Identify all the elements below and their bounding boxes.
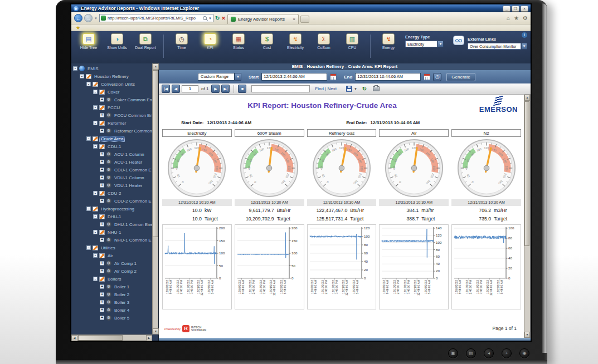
expand-icon[interactable]: +	[100, 129, 104, 133]
expand-icon[interactable]: +	[100, 152, 104, 156]
expand-icon[interactable]: +	[100, 222, 104, 227]
tree-item-acu-1-column[interactable]: +⚙ACU-1 Column	[71, 150, 152, 158]
expand-icon[interactable]: +	[100, 300, 104, 304]
stop-render-button[interactable]: ■	[238, 85, 246, 93]
toolbar-item-cost[interactable]: $Cost	[255, 33, 279, 50]
tree-item-boiler-3[interactable]: +⚙Boiler 3	[71, 298, 152, 306]
toolbar-item-dual-report[interactable]: ⧉Dual Report	[134, 33, 157, 50]
collapse-icon[interactable]: -	[93, 90, 98, 94]
expand-icon[interactable]: +	[100, 292, 104, 297]
auto-adjust-button[interactable]: ▣	[448, 348, 458, 358]
page-number-input[interactable]	[182, 85, 198, 92]
brightness-down-button[interactable]: ◂	[484, 348, 494, 358]
energy-type-dropdown-icon[interactable]: ▼	[437, 41, 444, 47]
tab-close-icon[interactable]: ×	[293, 17, 295, 22]
tree-item-cdu-2-common-e[interactable]: +⚙CDU-2 Common E	[71, 197, 152, 205]
expand-icon[interactable]: +	[100, 269, 104, 273]
expand-icon[interactable]: +	[100, 97, 104, 102]
tree-item-boiler-1[interactable]: +⚙Boiler 1	[71, 283, 152, 291]
tree-item-acu-1-heater[interactable]: +⚙ACU-1 Heater	[71, 158, 152, 166]
expand-icon[interactable]: +	[100, 168, 104, 172]
tree-item-cdu-2[interactable]: -CDU-2	[71, 189, 152, 197]
toolbar-item-cpu[interactable]: ▥CPU	[341, 33, 364, 50]
collapse-icon[interactable]: -	[73, 66, 77, 71]
menu-button[interactable]: ▤	[466, 348, 476, 358]
tree-item-air-comp-1[interactable]: +⚙Air Comp 1	[71, 259, 152, 267]
expand-icon[interactable]: +	[100, 316, 104, 320]
power-button[interactable]: ◉	[519, 348, 529, 358]
end-date-input[interactable]: 12/31/2013 10:44:06 AM	[355, 73, 421, 81]
tree-item-nhu-1-common-e[interactable]: +⚙NHU-1 Common E	[71, 236, 152, 244]
range-select[interactable]: Custom Range ▼	[198, 73, 241, 81]
address-bar[interactable]: http://rttech-iaps/RtEMISReports/RtEMIS_…	[99, 14, 213, 22]
tree-item-vdu-1-column[interactable]: +⚙VDU-1 Column	[71, 174, 152, 181]
external-links-dropdown-icon[interactable]: ▼	[521, 43, 527, 50]
tree-item-air[interactable]: -Air	[71, 252, 152, 259]
report-scrollbar[interactable]: ▲ ▼	[524, 95, 530, 338]
tree-item-cdu-1-common-e[interactable]: +⚙CDU-1 Common E	[71, 166, 152, 174]
browser-tab[interactable]: Energy Advisor Reports ×	[227, 14, 299, 24]
toolbar-item-electricity[interactable]: ↯Electricity	[284, 33, 307, 50]
expand-icon[interactable]: +	[100, 183, 104, 188]
collapse-icon[interactable]: -	[86, 136, 91, 141]
expand-icon[interactable]: +	[100, 238, 104, 242]
stop-button[interactable]: ✕	[221, 16, 226, 21]
back-button[interactable]: ←	[74, 14, 82, 22]
tree-item-reformer-common[interactable]: +⚙Reformer Common	[71, 127, 152, 135]
url-text[interactable]: http://rttech-iaps/RtEMISReports/RtEMIS_…	[108, 16, 201, 21]
tree-item-dhu-1[interactable]: -DHU-1	[71, 213, 152, 220]
history-dropdown-icon[interactable]: ▼	[94, 17, 98, 20]
tree-horizontal-scrollbar[interactable]: ◀ ▶	[71, 335, 152, 341]
favorites-star-icon[interactable]: ★	[76, 25, 80, 31]
scroll-down-icon[interactable]: ▼	[153, 328, 159, 335]
tree-item-hydroprocessing[interactable]: -Hydroprocessing	[71, 205, 152, 213]
collapse-icon[interactable]: -	[86, 206, 91, 211]
tab-label[interactable]: Energy Advisor Reports	[238, 17, 290, 22]
collapse-icon[interactable]: -	[86, 245, 91, 250]
toolbar-item-kpi[interactable]: ◔KPI	[198, 33, 222, 50]
info-icon[interactable]: i	[522, 32, 527, 38]
expand-icon[interactable]: +	[100, 261, 104, 265]
tree-item-boiler-4[interactable]: +⚙Boiler 4	[71, 306, 152, 314]
last-page-button[interactable]: ▶|	[221, 85, 230, 93]
tree-hscroll-thumb[interactable]	[78, 335, 123, 341]
tree-item-fccu-common-en[interactable]: +⚙FCCU Common En	[71, 111, 152, 119]
collapse-icon[interactable]: -	[93, 253, 98, 258]
tree-vertical-scrollbar[interactable]: ▲ ▼	[152, 63, 158, 335]
tree-item-boilers[interactable]: -Boilers	[71, 275, 152, 283]
tree-scroll-thumb[interactable]	[153, 70, 158, 237]
address-dropdown-icon[interactable]: ▼	[208, 17, 212, 20]
new-tab-button[interactable]	[300, 16, 309, 23]
collapse-icon[interactable]: -	[93, 214, 98, 219]
tree-item-coker[interactable]: -Coker	[71, 88, 152, 96]
expand-icon[interactable]: +	[100, 113, 104, 117]
scroll-up-icon[interactable]: ▲	[153, 63, 159, 70]
expand-icon[interactable]: +	[100, 175, 104, 180]
collapse-icon[interactable]: -	[93, 105, 98, 110]
external-links-value[interactable]: Over Consumption Monitor	[468, 43, 521, 50]
expand-icon[interactable]: +	[100, 160, 104, 164]
toolbar-item-show-units[interactable]: ◑Show Units	[105, 33, 129, 50]
favorites-icon[interactable]: ★	[514, 15, 519, 21]
forward-button[interactable]: →	[84, 14, 93, 22]
external-links-select[interactable]: Over Consumption Monitor▼	[468, 43, 527, 50]
link-chain-icon[interactable]	[453, 36, 464, 45]
tree-item-emis[interactable]: -EMIS	[71, 65, 152, 72]
tree-item-boiler-5[interactable]: +⚙Boiler 5	[71, 314, 152, 322]
refresh-report-icon[interactable]: ↻	[362, 86, 367, 92]
export-dropdown-icon[interactable]: ▼	[354, 87, 357, 91]
tree-item-utilities[interactable]: -Utilities	[71, 244, 152, 252]
tree-item-boiler-2[interactable]: +⚙Boiler 2	[71, 291, 152, 298]
report-scroll-up-icon[interactable]: ▲	[524, 95, 530, 101]
tree-item-conversion-units[interactable]: -Conversion Units	[71, 80, 152, 88]
collapse-icon[interactable]: -	[93, 191, 98, 195]
time-picker-icon[interactable]: ◷	[433, 73, 441, 81]
range-dropdown-icon[interactable]: ▼	[235, 73, 241, 81]
tree-item-coker-common-en[interactable]: +⚙Coker Common En	[71, 96, 152, 104]
range-select-value[interactable]: Custom Range	[198, 73, 235, 81]
tree-item-dhu-1-comon-ene[interactable]: +⚙DHU-1 Comon Ene	[71, 220, 152, 228]
scroll-left-icon[interactable]: ◀	[71, 335, 77, 341]
home-icon[interactable]: ⌂	[507, 15, 510, 21]
close-button[interactable]: ×	[521, 6, 528, 12]
expand-icon[interactable]: +	[100, 199, 104, 203]
